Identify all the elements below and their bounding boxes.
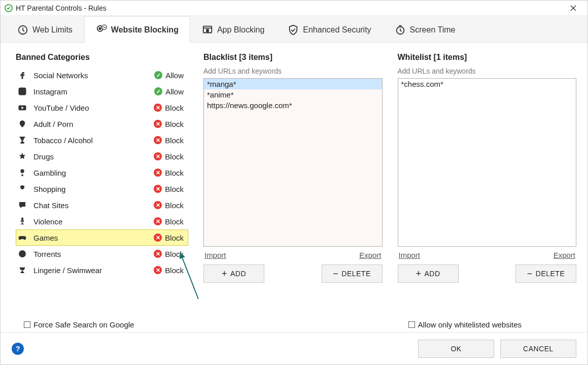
category-status[interactable]: ✕Block (154, 136, 184, 145)
category-list: Social Networks✓AllowInstagram✓AllowYouT… (16, 67, 188, 278)
blacklist-hint: Add URLs and keywords (203, 67, 383, 75)
category-row-instagram[interactable]: Instagram✓Allow (16, 83, 188, 99)
category-row-social-networks[interactable]: Social Networks✓Allow (16, 67, 188, 83)
category-status[interactable]: ✕Block (154, 152, 184, 161)
block-icon: ✕ (154, 104, 162, 112)
tab-icon (288, 24, 299, 36)
shopping-icon (17, 184, 27, 194)
svg-point-14 (22, 218, 23, 219)
category-row-tobacco-alcohol[interactable]: Tobacco / Alcohol✕Block (16, 132, 188, 148)
minus-icon: − (333, 269, 338, 279)
svg-point-3 (98, 27, 101, 30)
allow-icon: ✓ (154, 87, 162, 95)
close-button[interactable] (563, 1, 583, 15)
tab-icon (17, 24, 28, 36)
games-icon (17, 233, 27, 243)
category-row-games[interactable]: Games✕Block (16, 229, 188, 246)
blacklist-delete-button[interactable]: −DELETE (322, 264, 383, 283)
cancel-button[interactable]: CANCEL (500, 340, 576, 358)
category-status[interactable]: ✕Block (154, 169, 184, 177)
category-status[interactable]: ✕Block (154, 104, 184, 112)
blacklist-heading: Blacklist [3 items] (203, 53, 383, 62)
block-icon: ✕ (154, 169, 162, 177)
category-label: Games (33, 234, 154, 242)
checkbox-box-icon (24, 321, 30, 328)
category-status[interactable]: ✓Allow (154, 71, 184, 80)
blacklist-add-button[interactable]: +ADD (203, 264, 264, 283)
tab-icon (395, 24, 406, 36)
category-status[interactable]: ✕Block (154, 234, 184, 242)
category-status[interactable]: ✕Block (154, 201, 184, 210)
ok-button[interactable]: OK (418, 340, 494, 358)
whitelist-listbox[interactable]: *chess.com* (398, 78, 577, 247)
tab-website-blocking[interactable]: Website Blocking (84, 16, 190, 43)
alcohol-icon (17, 135, 27, 145)
blacklist-listbox[interactable]: *manga**anime*https://news.google.com* (203, 78, 383, 247)
category-status[interactable]: ✕Block (154, 120, 184, 128)
whitelist-import-link[interactable]: Import (399, 251, 421, 259)
category-row-drugs[interactable]: Drugs✕Block (16, 148, 188, 164)
banned-heading: Banned Categories (16, 53, 188, 62)
minus-icon: − (527, 269, 533, 279)
svg-point-13 (23, 122, 24, 123)
svg-point-10 (24, 89, 25, 90)
category-row-lingerie-swimwear[interactable]: Lingerie / Swimwear✕Block (16, 262, 188, 278)
tab-bar: Web LimitsWebsite BlockingApp BlockingEn… (1, 16, 587, 43)
block-icon: ✕ (154, 234, 162, 242)
bottom-options: Force Safe Search on Google Allow only w… (1, 320, 587, 332)
blacklist-links: Import Export (204, 251, 382, 259)
force-safe-search-checkbox[interactable]: Force Safe Search on Google (24, 320, 134, 329)
block-icon: ✕ (154, 217, 162, 225)
whitelist-hint: Add URLs and keywords (398, 67, 577, 75)
category-row-adult-porn[interactable]: Adult / Porn✕Block (16, 116, 188, 132)
whitelist-add-button[interactable]: +ADD (398, 264, 459, 283)
list-item[interactable]: *manga* (204, 79, 382, 89)
category-row-gambling[interactable]: Gambling✕Block (16, 164, 188, 181)
facebook-icon (17, 70, 27, 80)
violence-icon (17, 216, 27, 226)
category-row-torrents[interactable]: Torrents✕Block (16, 246, 188, 262)
category-row-violence[interactable]: Violence✕Block (16, 213, 188, 229)
list-item[interactable]: *anime* (204, 89, 382, 100)
blacklist-buttons: +ADD −DELETE (203, 264, 383, 283)
list-item[interactable]: *chess.com* (398, 79, 576, 89)
category-row-youtube-video[interactable]: YouTube / Video✕Block (16, 99, 188, 116)
torrents-icon (17, 249, 27, 259)
help-button[interactable]: ? (12, 343, 24, 355)
allow-only-whitelist-checkbox[interactable]: Allow only whitelisted websites (408, 320, 522, 329)
whitelist-delete-button[interactable]: −DELETE (515, 264, 576, 283)
category-label: Tobacco / Alcohol (33, 136, 154, 145)
blacklist-export-link[interactable]: Export (359, 251, 381, 259)
dialog-footer: ? OK CANCEL (1, 332, 587, 364)
whitelist-export-link[interactable]: Export (554, 251, 575, 259)
adult-icon (17, 119, 27, 129)
category-label: Instagram (33, 87, 154, 96)
block-icon: ✕ (154, 136, 162, 144)
list-item[interactable]: https://news.google.com* (204, 100, 382, 111)
block-icon: ✕ (154, 120, 162, 128)
svg-rect-6 (206, 29, 209, 32)
tab-app-blocking[interactable]: App Blocking (190, 16, 276, 43)
whitelist-buttons: +ADD −DELETE (398, 264, 577, 283)
category-status[interactable]: ✕Block (154, 217, 184, 226)
category-status[interactable]: ✕Block (154, 266, 184, 275)
lingerie-icon (17, 265, 27, 275)
app-icon (5, 4, 13, 12)
block-icon: ✕ (154, 250, 162, 258)
category-status[interactable]: ✕Block (154, 185, 184, 193)
titlebar: HT Parental Controls - Rules (1, 1, 587, 16)
category-row-shopping[interactable]: Shopping✕Block (16, 181, 188, 197)
tab-icon (96, 24, 107, 36)
blacklist-panel: Blacklist [3 items] Add URLs and keyword… (203, 53, 383, 315)
tab-enhanced-security[interactable]: Enhanced Security (276, 16, 383, 43)
tab-web-limits[interactable]: Web Limits (6, 16, 84, 43)
youtube-icon (17, 103, 27, 113)
category-status[interactable]: ✓Allow (154, 87, 184, 96)
category-status[interactable]: ✕Block (154, 250, 184, 258)
chat-icon (17, 200, 27, 210)
category-row-chat-sites[interactable]: Chat Sites✕Block (16, 197, 188, 213)
banned-categories-panel: Banned Categories Social Networks✓AllowI… (16, 53, 188, 315)
blacklist-import-link[interactable]: Import (204, 251, 226, 259)
tab-screen-time[interactable]: Screen Time (383, 16, 467, 43)
allow-icon: ✓ (154, 71, 162, 79)
